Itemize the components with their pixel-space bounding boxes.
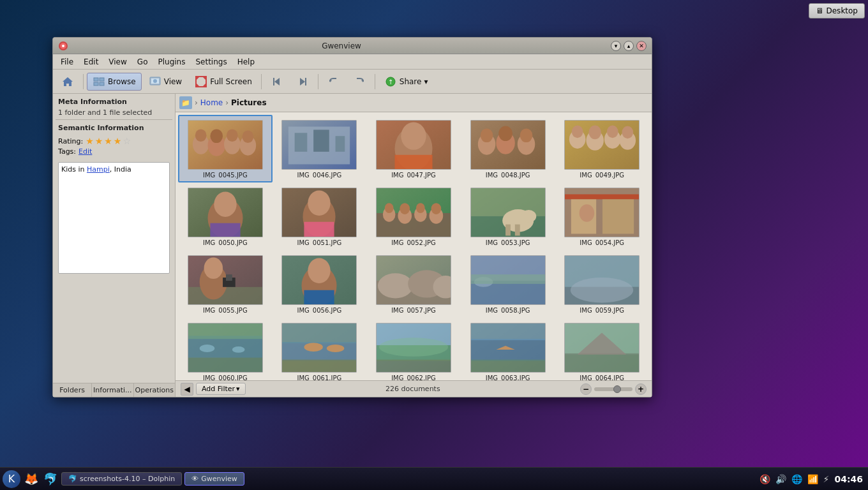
thumbnail-label: IMG_0047.JPG — [391, 172, 436, 179]
star-2[interactable]: ★ — [95, 136, 103, 146]
taskbar: K 🦊 🐬 🐬 screenshots-4.10 – Dolphin 👁 Gwe… — [0, 467, 868, 490]
tab-folders[interactable]: Folders — [53, 383, 92, 397]
thumbnail-item[interactable]: IMG_0059.JPG — [555, 250, 649, 318]
redo-icon — [353, 75, 366, 88]
breadcrumb-home[interactable]: Home — [200, 98, 223, 107]
document-count: 226 documents — [251, 385, 575, 393]
sep3 — [318, 74, 318, 89]
thumbnail-item[interactable]: IMG_0061.JPG — [273, 318, 367, 380]
thumbnail-item[interactable]: IMG_0051.JPG — [273, 182, 367, 250]
audio-icon[interactable]: 🔊 — [775, 474, 786, 484]
kde-menu-button[interactable]: K — [3, 470, 20, 488]
thumbnail-item[interactable]: IMG_0063.JPG — [461, 318, 555, 380]
menu-help[interactable]: Help — [232, 56, 260, 68]
thumbnail-item[interactable]: IMG_0055.JPG — [178, 250, 273, 318]
svg-point-123 — [304, 343, 323, 352]
add-filter-button[interactable]: Add Filter ▾ — [196, 383, 246, 395]
menu-view[interactable]: View — [103, 56, 131, 68]
taskbar-right: 🔇 🔊 🌐 📶 ⚡ 04:46 — [760, 474, 868, 484]
thumbnail-label: IMG_0060.JPG — [203, 375, 248, 380]
taskbar-firefox-icon[interactable]: 🦊 — [24, 472, 38, 486]
thumbnail-item[interactable]: IMG_0060.JPG — [178, 318, 273, 380]
thumbnail-item[interactable]: IMG_0052.JPG — [366, 182, 461, 250]
home-button[interactable] — [56, 73, 80, 91]
taskbar-gwenview-btn[interactable]: 👁 Gwenview — [184, 472, 244, 486]
menu-edit[interactable]: Edit — [79, 56, 103, 68]
svg-rect-85 — [565, 194, 639, 199]
prev-button[interactable] — [265, 73, 289, 91]
undo-button[interactable] — [322, 73, 346, 91]
thumbnail-label: IMG_0061.JPG — [297, 375, 342, 380]
thumbnail-item[interactable]: IMG_0046.JPG — [273, 115, 367, 182]
svg-point-129 — [379, 338, 448, 356]
zoom-slider[interactable] — [594, 387, 632, 391]
thumbnail-item[interactable]: IMG_0056.JPG — [273, 250, 367, 318]
svg-rect-108 — [471, 274, 545, 284]
menu-plugins[interactable]: Plugins — [153, 56, 190, 68]
menu-bar: File Edit View Go Plugins Settings Help — [53, 54, 652, 70]
star-5[interactable]: ☆ — [123, 136, 131, 146]
audio-mute-icon[interactable]: 🔇 — [760, 474, 770, 484]
nav-back-button[interactable]: ◀ — [181, 383, 193, 396]
thumbnail-item[interactable]: IMG_0058.JPG — [461, 250, 555, 318]
thumbnail-item[interactable]: IMG_0050.JPG — [178, 182, 273, 250]
rating-stars[interactable]: ★ ★ ★ ★ ☆ — [86, 136, 131, 146]
content-area: Meta Information 1 folder and 1 file sel… — [53, 94, 652, 397]
gwenview-window: Gwenview ▾ ▴ ✕ File Edit View Go Plugins… — [52, 37, 652, 397]
close-button[interactable]: ✕ — [636, 41, 647, 51]
desktop-button[interactable]: 🖥 Desktop — [809, 3, 865, 19]
thumbnail-image — [564, 255, 640, 305]
tags-edit-link[interactable]: Edit — [79, 147, 92, 156]
thumbnail-item[interactable]: IMG_0047.JPG — [366, 115, 461, 182]
tab-operations[interactable]: Operations — [134, 383, 175, 397]
zoom-out-button[interactable]: − — [580, 383, 592, 395]
star-1[interactable]: ★ — [86, 136, 94, 146]
thumbnail-grid-wrapper[interactable]: IMG_0045.JPG IMG_0046.JPG IMG_0047.JPG — [176, 112, 652, 380]
svg-point-118 — [232, 346, 245, 353]
minimize-button[interactable]: ▴ — [624, 41, 634, 51]
view-button[interactable]: View — [143, 73, 188, 91]
power-icon[interactable]: ⚡ — [823, 474, 830, 484]
share-button[interactable]: ↑ Share ▾ — [378, 73, 434, 91]
network-icon[interactable]: 🌐 — [791, 474, 802, 484]
browse-button[interactable]: Browse — [87, 73, 142, 91]
file-browser: 📁 › Home › Pictures — [176, 94, 652, 397]
zoom-in-button[interactable]: + — [635, 383, 647, 395]
bluetooth-icon[interactable]: 📶 — [807, 474, 818, 484]
thumbnail-label: IMG_0048.JPG — [486, 172, 530, 179]
menu-go[interactable]: Go — [132, 56, 153, 68]
thumbnail-item[interactable]: IMG_0062.JPG — [366, 318, 461, 380]
star-3[interactable]: ★ — [104, 136, 112, 146]
fullscreen-button[interactable]: Full Screen — [189, 73, 258, 91]
shade-button[interactable]: ▾ — [611, 41, 621, 51]
taskbar-dolphin-btn[interactable]: 🐬 screenshots-4.10 – Dolphin — [61, 472, 182, 486]
thumbnail-item[interactable]: IMG_0049.JPG — [555, 115, 649, 182]
star-4[interactable]: ★ — [114, 136, 122, 146]
toolbar: Browse View — [53, 70, 652, 94]
tab-information[interactable]: Informati... — [92, 383, 133, 397]
redo-button[interactable] — [347, 73, 371, 91]
status-bar: ◀ Add Filter ▾ 226 documents − + — [176, 380, 652, 397]
svg-point-124 — [327, 345, 345, 352]
hampi-link[interactable]: Hampi — [87, 165, 110, 174]
taskbar-left: K 🦊 🐬 🐬 screenshots-4.10 – Dolphin 👁 Gwe… — [0, 470, 244, 488]
zoom-slider-thumb[interactable] — [613, 385, 621, 393]
thumbnail-item[interactable]: IMG_0057.JPG — [366, 250, 461, 318]
view-label: View — [164, 77, 182, 86]
thumbnail-image — [281, 188, 357, 237]
thumbnail-item[interactable]: IMG_0064.JPG — [555, 318, 649, 380]
thumbnail-label: IMG_0045.JPG — [203, 172, 248, 179]
menu-settings[interactable]: Settings — [190, 56, 232, 68]
svg-rect-133 — [471, 360, 545, 373]
next-button[interactable] — [290, 73, 315, 91]
share-label: Share — [400, 77, 422, 86]
thumbnail-item[interactable]: IMG_0048.JPG — [461, 115, 555, 182]
thumbnail-item[interactable]: IMG_0053.JPG — [461, 182, 555, 250]
menu-file[interactable]: File — [56, 56, 79, 68]
description-box[interactable]: Kids in Hampi, India — [58, 162, 170, 274]
taskbar-dolphin-icon[interactable]: 🐬 — [43, 472, 57, 486]
thumbnail-item[interactable]: IMG_0054.JPG — [555, 182, 649, 250]
svg-point-10 — [153, 79, 157, 83]
thumbnail-image — [470, 255, 546, 305]
thumbnail-item[interactable]: IMG_0045.JPG — [178, 115, 273, 182]
